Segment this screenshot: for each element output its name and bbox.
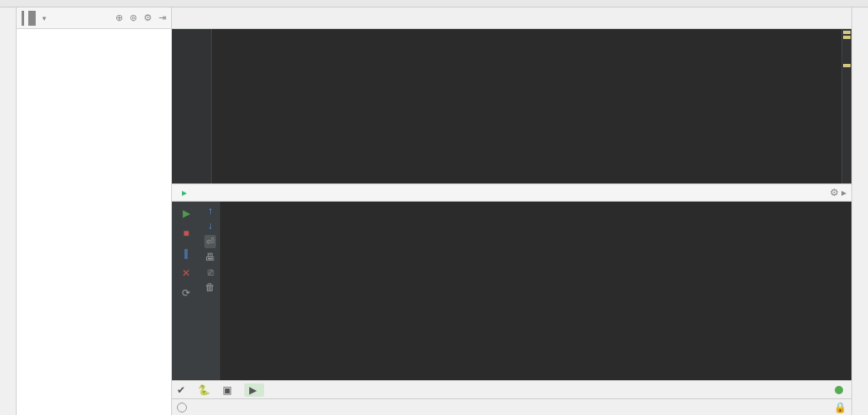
project-icon2 [28, 11, 36, 26]
terminal-tab[interactable]: ▣ [223, 384, 234, 396]
collapse-icon[interactable]: ⊕ [115, 12, 123, 23]
run-config-icon: ▸ [182, 187, 187, 198]
down-icon[interactable]: ↓ [208, 220, 213, 232]
up-icon[interactable]: ↑ [208, 205, 213, 217]
gear-icon[interactable]: ⚙ [144, 12, 152, 23]
print-icon[interactable]: 🖶 [205, 251, 215, 263]
warning-marker[interactable] [843, 36, 851, 39]
project-icon [22, 11, 24, 26]
event-dot-icon [835, 386, 843, 394]
pause-icon[interactable]: ‖ [177, 245, 195, 261]
target-icon[interactable]: ⊚ [130, 12, 137, 23]
restore-icon[interactable]: ⟳ [177, 285, 195, 301]
hide-icon[interactable]: ⇥ [159, 12, 166, 23]
python-console-tab[interactable]: 🐍 [198, 384, 213, 396]
run-gear-icon[interactable]: ⚙ ▸ [830, 187, 846, 198]
run-tab[interactable]: ▶ [244, 383, 264, 397]
status-bubble-icon[interactable] [177, 403, 187, 413]
todo-tab[interactable]: ✔ [177, 384, 188, 396]
warning-marker[interactable] [843, 64, 851, 67]
wrap-icon[interactable]: ⏎ [204, 235, 216, 248]
clear-icon[interactable]: ⎚ [208, 266, 213, 278]
warning-marker[interactable] [843, 31, 851, 34]
lock-icon[interactable]: 🔒 [834, 402, 846, 413]
trash-icon[interactable]: 🗑 [205, 281, 215, 293]
close-icon[interactable]: ✕ [177, 265, 195, 281]
rerun-icon[interactable]: ▶ [177, 205, 195, 222]
project-dropdown[interactable]: ▾ [42, 14, 47, 22]
stop-icon[interactable]: ■ [177, 225, 195, 242]
